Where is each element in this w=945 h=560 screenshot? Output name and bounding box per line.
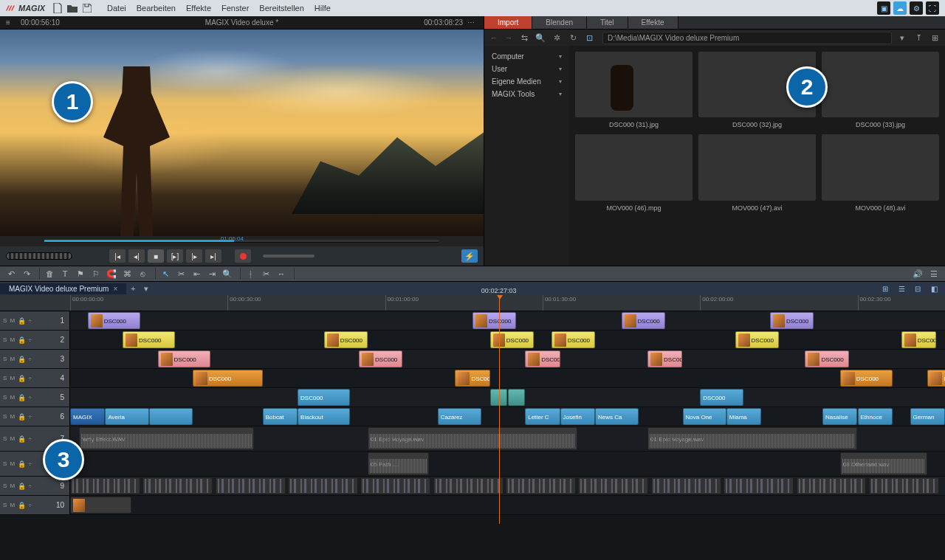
path-dropdown-icon[interactable]: ▾ bbox=[896, 33, 908, 43]
view-multicam-icon[interactable]: ⊟ bbox=[911, 283, 924, 294]
tab-effekte[interactable]: Effekte bbox=[628, 16, 678, 29]
track-fx-icon[interactable]: ÷ bbox=[28, 413, 32, 421]
timeline-clip[interactable]: Letter C bbox=[525, 408, 560, 425]
view-timeline-icon[interactable]: ☰ bbox=[895, 283, 908, 294]
timeline-clip[interactable] bbox=[360, 477, 430, 494]
timeline-clip[interactable]: DSC000 bbox=[123, 331, 175, 348]
timeline-clip[interactable] bbox=[70, 477, 140, 494]
track-fx-icon[interactable]: ÷ bbox=[28, 317, 32, 325]
track-lane[interactable]: DSC000DSC000 bbox=[70, 388, 945, 407]
track-header[interactable]: S M 🔒 ÷ 2 bbox=[0, 331, 70, 349]
track-solo-mute[interactable]: S M bbox=[3, 394, 16, 401]
title-icon[interactable]: T bbox=[58, 268, 72, 280]
menu-effekte[interactable]: Effekte bbox=[186, 4, 211, 13]
open-folder-icon[interactable] bbox=[67, 3, 78, 13]
track-solo-mute[interactable]: S M bbox=[3, 483, 16, 489]
timeline-clip[interactable] bbox=[433, 477, 504, 494]
timeline-clip[interactable]: DSC000 bbox=[158, 350, 210, 367]
performance-button[interactable]: ⚡ bbox=[461, 249, 478, 263]
timeline-clip[interactable]: DSC000 bbox=[193, 370, 263, 387]
timeline-clip[interactable]: Bobcat bbox=[263, 408, 298, 425]
view-storyboard-icon[interactable]: ⊞ bbox=[879, 283, 892, 294]
timeline-clip[interactable]: Ethnoce bbox=[858, 408, 893, 425]
group-icon[interactable]: ⌘ bbox=[120, 268, 134, 280]
track-solo-mute[interactable]: S M bbox=[3, 336, 16, 343]
project-tab[interactable]: MAGIX Video deluxe Premium × bbox=[0, 283, 126, 294]
save-icon[interactable] bbox=[82, 3, 92, 13]
timeline-clip[interactable]: DSC000 bbox=[472, 312, 516, 329]
timeline-clip[interactable]: News Ca bbox=[595, 408, 639, 425]
track-lock-icon[interactable]: 🔒 bbox=[18, 460, 26, 468]
track-lane[interactable]: DSC000DSC000DSC000DSC000 bbox=[70, 369, 945, 387]
track-lock-icon[interactable]: 🔒 bbox=[18, 413, 26, 421]
trim-out-icon[interactable]: ⇥ bbox=[205, 268, 219, 280]
track-header[interactable]: S M 🔒 ÷ 4 bbox=[0, 369, 70, 387]
track-fx-icon[interactable]: ÷ bbox=[28, 460, 32, 468]
timeline-clip[interactable]: DSC000 bbox=[622, 312, 665, 329]
timeline-clip[interactable]: DSC000 bbox=[901, 331, 936, 348]
timeline-clip[interactable]: 05 Path .... bbox=[368, 452, 429, 475]
timeline-clip[interactable]: Josefin bbox=[560, 408, 595, 425]
audio-meter-icon[interactable]: 🔊 bbox=[911, 268, 924, 280]
timeline-ruler[interactable]: 00:02:27:03 00:00:00:0000:00:30:0000:01:… bbox=[0, 295, 945, 311]
media-thumbnail[interactable]: DSC000 (33).jpg bbox=[822, 52, 939, 128]
track-solo-mute[interactable]: S M bbox=[3, 413, 16, 420]
track-lane[interactable]: MAGIXAverlaBobcatBlackoutCazarezLetter C… bbox=[70, 407, 945, 426]
tree-toggle-icon[interactable]: ⇆ bbox=[518, 33, 530, 43]
track-fx-icon[interactable]: ÷ bbox=[28, 435, 32, 443]
timeline-clip[interactable] bbox=[508, 389, 526, 406]
tree-node-user[interactable]: User▾ bbox=[487, 63, 566, 75]
refresh-icon[interactable]: ↻ bbox=[567, 33, 579, 43]
path-field[interactable]: D:\Media\MAGIX Video deluxe Premium bbox=[602, 32, 892, 44]
track-fx-icon[interactable]: ÷ bbox=[28, 394, 32, 401]
fullscreen-icon[interactable]: ⛶ bbox=[926, 1, 939, 15]
timeline-clip[interactable] bbox=[506, 477, 576, 494]
track-lane[interactable] bbox=[70, 477, 945, 495]
menu-datei[interactable]: Datei bbox=[107, 4, 126, 13]
timeline-clip[interactable]: DSC000 bbox=[840, 370, 893, 387]
cut-tool-icon[interactable]: ✂ bbox=[174, 268, 188, 280]
jog-wheel[interactable] bbox=[6, 252, 72, 260]
razor-icon[interactable]: ⟊ bbox=[244, 268, 257, 280]
track-lane[interactable] bbox=[70, 496, 945, 514]
track-solo-mute[interactable]: S M bbox=[3, 356, 16, 362]
timeline-clip[interactable]: Averla bbox=[105, 408, 148, 425]
track-lock-icon[interactable]: 🔒 bbox=[18, 356, 26, 363]
nav-back-icon[interactable]: ← bbox=[489, 33, 499, 42]
track-lane[interactable]: 'erfly Effect.WAV01 Epic Voyage.wav01 Ep… bbox=[70, 426, 945, 451]
tab-import[interactable]: Import bbox=[484, 16, 532, 29]
new-file-icon[interactable] bbox=[52, 3, 63, 13]
tree-node-magix-tools[interactable]: MAGIX Tools▾ bbox=[487, 88, 566, 100]
media-thumbnail[interactable]: MOV000 (47).avi bbox=[698, 134, 816, 211]
timeline-clip[interactable] bbox=[797, 477, 867, 494]
upload-icon[interactable]: ⤒ bbox=[913, 33, 924, 43]
zoom-tool-icon[interactable]: 🔍 bbox=[221, 268, 234, 280]
track-lock-icon[interactable]: 🔒 bbox=[18, 317, 26, 325]
stop-button[interactable]: ■ bbox=[148, 249, 164, 263]
tree-node-computer[interactable]: Computer▾ bbox=[487, 50, 566, 63]
track-header[interactable]: S M 🔒 ÷ 6 bbox=[0, 407, 70, 426]
search-icon[interactable]: 🔍 bbox=[535, 33, 546, 43]
timeline-clip[interactable]: DSC000 bbox=[324, 331, 368, 348]
next-frame-button[interactable]: |▸ bbox=[186, 249, 202, 263]
timeline-clip[interactable]: 'erfly Effect.WAV bbox=[79, 427, 254, 450]
track-fx-icon[interactable]: ÷ bbox=[28, 502, 32, 509]
view-overview-icon[interactable]: ◧ bbox=[927, 283, 941, 294]
gear-icon[interactable]: ✲ bbox=[551, 33, 563, 43]
timeline-clip[interactable] bbox=[288, 477, 358, 494]
chapter-icon[interactable]: ⚐ bbox=[89, 268, 103, 280]
track-fx-icon[interactable]: ÷ bbox=[28, 356, 32, 363]
track-solo-mute[interactable]: S M bbox=[3, 435, 16, 442]
timeline-clip[interactable]: DSC000 bbox=[805, 350, 848, 367]
tab-blenden[interactable]: Blenden bbox=[532, 16, 587, 29]
timeline-clip[interactable]: DSC000 bbox=[700, 389, 743, 406]
track-lane[interactable]: DSC000DSC000DSC000DSC000DSC000 bbox=[70, 350, 945, 368]
media-thumbnail[interactable]: DSC000 (31).jpg bbox=[575, 52, 693, 128]
tree-node-eigene-medien[interactable]: Eigene Medien▾ bbox=[487, 75, 566, 88]
timeline-clip[interactable]: Blackout bbox=[298, 408, 350, 425]
timeline-clip[interactable]: DSC000 bbox=[88, 312, 140, 329]
timeline-clip[interactable]: DSC000 bbox=[927, 370, 945, 387]
timeline-clip[interactable] bbox=[142, 477, 213, 494]
track-lock-icon[interactable]: 🔒 bbox=[18, 394, 26, 401]
timeline-clip[interactable] bbox=[70, 497, 131, 514]
